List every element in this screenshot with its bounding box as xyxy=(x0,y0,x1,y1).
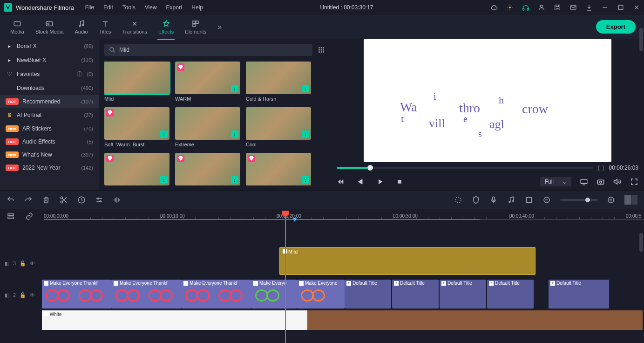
effect-thumb[interactable]: WARM xyxy=(175,62,240,102)
effect-thumb[interactable]: Mild xyxy=(104,62,169,102)
split-icon[interactable] xyxy=(60,196,68,204)
download-icon[interactable] xyxy=(302,130,309,138)
clip-white[interactable]: White xyxy=(42,310,307,330)
delete-icon[interactable] xyxy=(42,196,50,204)
menu-tools[interactable]: Tools xyxy=(122,4,136,11)
tab-stock-media[interactable]: Stock Media xyxy=(30,18,69,36)
download-icon[interactable] xyxy=(585,4,593,11)
visibility-icon[interactable]: 👁 xyxy=(30,292,35,298)
export-button[interactable]: Export xyxy=(596,20,636,34)
tab-audio[interactable]: Audio xyxy=(69,18,94,36)
manage-tracks-icon[interactable] xyxy=(7,212,15,220)
menu-file[interactable]: File xyxy=(85,4,94,11)
prev-frame-icon[interactable] xyxy=(356,178,365,186)
crop-icon[interactable] xyxy=(525,196,533,204)
clip-video[interactable]: Make Everyone Thankf xyxy=(182,280,251,309)
waveform-icon[interactable] xyxy=(113,196,121,204)
effect-thumb[interactable]: Extreme xyxy=(175,107,240,147)
clip-video[interactable]: Make Everyone Thankf xyxy=(112,280,182,309)
sparkle-icon[interactable] xyxy=(506,4,514,11)
sidebar-item-favorites[interactable]: ♡Favoritesⓘ(0) xyxy=(0,67,99,81)
clip-video[interactable]: Make Everyone xyxy=(297,280,345,309)
download-icon[interactable] xyxy=(231,130,238,138)
render-icon[interactable] xyxy=(454,196,462,204)
sidebar-item-downloads[interactable]: Downloads(490) xyxy=(0,81,99,95)
search-input[interactable] xyxy=(119,47,308,53)
clip-effect-mild[interactable]: Mild xyxy=(279,247,536,275)
menu-help[interactable]: Help xyxy=(191,4,203,11)
ruler[interactable]: 00:00:00:0000:00:10:0000:00:20:0000:00:3… xyxy=(44,209,644,224)
sidebar-item-ar-stickers[interactable]: NewAR Stickers(70) xyxy=(0,122,99,135)
clip-brown[interactable] xyxy=(307,310,643,330)
play-icon[interactable] xyxy=(376,178,384,186)
quality-dropdown[interactable]: Full⌄ xyxy=(540,177,571,186)
marker-icon[interactable] xyxy=(472,196,480,204)
music-icon[interactable] xyxy=(507,196,515,204)
redo-icon[interactable] xyxy=(24,196,33,204)
search-box[interactable] xyxy=(104,44,312,56)
sidebar-item-2022-new-year[interactable]: HOT2022 New Year(142) xyxy=(0,161,99,174)
tabs-more-icon[interactable]: » xyxy=(212,23,227,31)
sidebar-item-borisfx[interactable]: ▸BorisFX(89) xyxy=(0,39,99,53)
maximize-icon[interactable] xyxy=(617,4,624,11)
link-icon[interactable] xyxy=(25,212,34,220)
voiceover-icon[interactable] xyxy=(489,196,498,204)
effect-thumb[interactable]: Cool xyxy=(246,107,311,147)
user-icon[interactable] xyxy=(538,4,545,11)
seek-thumb[interactable] xyxy=(367,165,373,171)
zoom-in-icon[interactable] xyxy=(607,196,615,204)
download-icon[interactable] xyxy=(231,176,238,184)
marker-indicator-icon[interactable] xyxy=(293,218,297,222)
adjust-icon[interactable] xyxy=(95,196,103,204)
download-icon[interactable] xyxy=(302,176,309,184)
tab-media[interactable]: Media xyxy=(5,18,30,36)
volume-icon[interactable] xyxy=(613,178,622,186)
step-back-icon[interactable] xyxy=(337,178,345,186)
snapshot-icon[interactable] xyxy=(597,178,605,186)
save-icon[interactable] xyxy=(554,4,561,11)
zoom-out-icon[interactable] xyxy=(542,196,551,204)
tab-effects[interactable]: Effects xyxy=(153,18,179,36)
seek-track[interactable] xyxy=(337,167,593,169)
stop-icon[interactable] xyxy=(395,178,404,186)
mark-in-out-icon[interactable]: {} xyxy=(598,165,604,171)
tab-elements[interactable]: Elements xyxy=(179,18,212,36)
speed-icon[interactable] xyxy=(77,196,86,204)
tab-transitions[interactable]: Transitions xyxy=(117,18,153,36)
effect-thumb[interactable] xyxy=(104,153,169,185)
download-icon[interactable] xyxy=(302,85,309,92)
sidebar-item-recommended[interactable]: HOTRecommended(107) xyxy=(0,95,99,108)
sidebar-item-newbluefx[interactable]: ▸NewBlueFX(110) xyxy=(0,53,99,67)
effect-thumb[interactable]: Soft_Warm_Burst xyxy=(104,107,169,147)
sidebar-item-ai-portrait[interactable]: ♛AI Portrait(37) xyxy=(0,108,99,122)
minimize-icon[interactable] xyxy=(601,4,609,11)
preview-video[interactable]: Wativillthroeshaglcrow xyxy=(364,39,611,162)
close-icon[interactable] xyxy=(633,4,640,11)
lock-icon[interactable]: 🔓 xyxy=(20,261,26,267)
effect-thumb[interactable] xyxy=(246,153,311,185)
timeline-view-toggle[interactable] xyxy=(624,195,637,205)
clip-title[interactable]: T Default Title xyxy=(392,280,439,309)
visibility-icon[interactable]: 👁 xyxy=(30,261,35,266)
menu-export[interactable]: Export xyxy=(166,4,183,11)
menu-edit[interactable]: Edit xyxy=(103,4,113,11)
download-icon[interactable] xyxy=(160,130,168,138)
mail-icon[interactable] xyxy=(569,4,577,11)
headphones-icon[interactable] xyxy=(522,4,529,11)
cloud-icon[interactable] xyxy=(490,4,498,11)
lock-icon[interactable]: 🔓 xyxy=(20,292,26,298)
effect-thumb[interactable]: Cold & Harsh xyxy=(246,62,311,102)
sidebar-item-audio-effects[interactable]: HOTAudio Effects(5) xyxy=(0,135,99,148)
clip-title[interactable]: T Default Title xyxy=(549,280,609,309)
download-icon[interactable] xyxy=(160,176,168,184)
clip-video[interactable]: Make Everyone Thankf xyxy=(42,280,112,309)
undo-icon[interactable] xyxy=(7,196,15,204)
clip-title[interactable]: T Default Title xyxy=(487,280,534,309)
grid-view-icon[interactable] xyxy=(317,46,325,54)
zoom-slider[interactable] xyxy=(560,199,597,201)
fullscreen-icon[interactable] xyxy=(630,178,638,186)
tab-titles[interactable]: Titles xyxy=(94,18,117,36)
display-icon[interactable] xyxy=(580,178,588,186)
clip-video[interactable]: Make Everyo xyxy=(251,280,297,309)
sidebar-item-whats-new[interactable]: NewWhat's New(397) xyxy=(0,148,99,161)
